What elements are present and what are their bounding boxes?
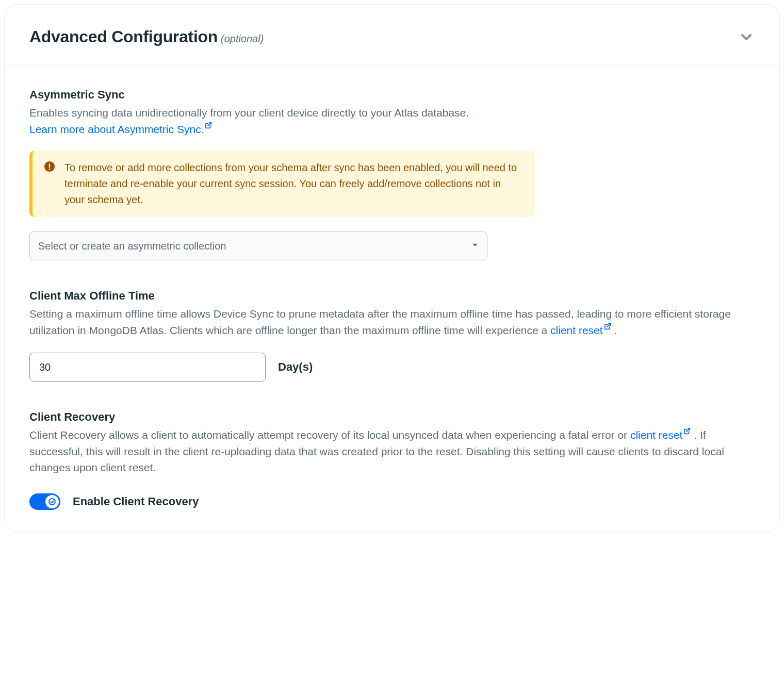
- days-unit-label: Day(s): [278, 360, 313, 374]
- asymmetric-collection-select-wrap: Select or create an asymmetric collectio…: [29, 231, 487, 260]
- offline-input-row: Day(s): [29, 353, 755, 382]
- asymmetric-sync-section: Asymmetric Sync Enables syncing data uni…: [29, 88, 755, 260]
- offline-desc-post: .: [611, 324, 617, 336]
- client-reset-text: client reset: [550, 324, 603, 336]
- enable-client-recovery-toggle[interactable]: [29, 493, 60, 510]
- advanced-configuration-card: Advanced Configuration (optional) Asymme…: [4, 4, 780, 532]
- recovery-desc-pre: Client Recovery allows a client to autom…: [29, 429, 630, 441]
- card-title-group: Advanced Configuration (optional): [29, 27, 264, 46]
- external-link-icon: [604, 323, 611, 330]
- asymmetric-sync-title: Asymmetric Sync: [29, 88, 755, 102]
- learn-more-asymmetric-link[interactable]: Learn more about Asymmetric Sync.: [29, 123, 212, 135]
- card-subtitle-optional: (optional): [221, 33, 264, 45]
- client-reset-text: client reset: [630, 429, 683, 441]
- client-reset-link-recovery[interactable]: client reset: [630, 429, 691, 441]
- svg-marker-4: [472, 244, 477, 246]
- toggle-knob: [45, 495, 59, 508]
- external-link-icon: [205, 122, 212, 129]
- client-reset-link-offline[interactable]: client reset: [550, 324, 611, 336]
- asymmetric-sync-warning-alert: To remove or add more collections from y…: [29, 151, 535, 217]
- client-max-offline-title: Client Max Offline Time: [29, 289, 755, 303]
- card-body: Asymmetric Sync Enables syncing data uni…: [5, 65, 779, 532]
- chevron-down-icon[interactable]: [738, 29, 755, 45]
- asymmetric-sync-desc-text: Enables syncing data unidirectionally fr…: [29, 107, 469, 119]
- client-recovery-description: Client Recovery allows a client to autom…: [29, 427, 755, 476]
- enable-client-recovery-label: Enable Client Recovery: [73, 495, 199, 508]
- svg-rect-2: [49, 163, 51, 168]
- asymmetric-sync-description: Enables syncing data unidirectionally fr…: [29, 105, 755, 137]
- max-offline-days-input[interactable]: [29, 353, 266, 382]
- offline-desc-pre: Setting a maximum offline time allows De…: [29, 308, 731, 336]
- client-recovery-section: Client Recovery Client Recovery allows a…: [29, 410, 755, 510]
- client-recovery-toggle-row: Enable Client Recovery: [29, 493, 755, 510]
- learn-more-text: Learn more about Asymmetric Sync.: [29, 123, 204, 135]
- warning-text: To remove or add more collections from y…: [64, 160, 520, 208]
- card-title: Advanced Configuration: [29, 27, 218, 46]
- select-placeholder: Select or create an asymmetric collectio…: [38, 240, 226, 252]
- card-header[interactable]: Advanced Configuration (optional): [5, 5, 779, 65]
- client-max-offline-description: Setting a maximum offline time allows De…: [29, 306, 755, 338]
- warning-icon: [44, 161, 55, 208]
- asymmetric-collection-select[interactable]: Select or create an asymmetric collectio…: [29, 231, 487, 260]
- client-recovery-title: Client Recovery: [29, 410, 755, 424]
- svg-point-3: [49, 169, 51, 170]
- client-max-offline-section: Client Max Offline Time Setting a maximu…: [29, 289, 755, 382]
- caret-down-icon: [471, 241, 479, 251]
- external-link-icon: [683, 427, 691, 435]
